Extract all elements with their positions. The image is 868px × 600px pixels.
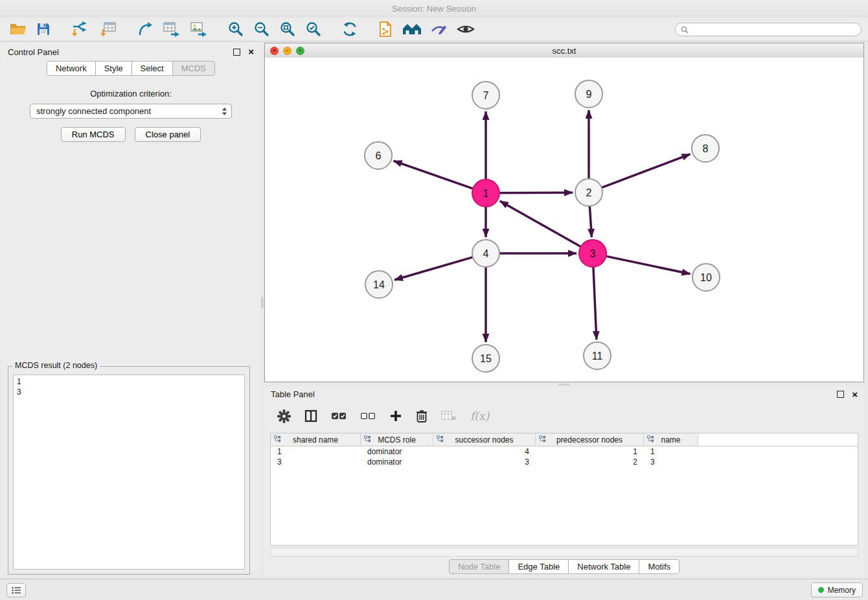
eye-button[interactable]	[454, 21, 477, 38]
table-cell[interactable]: 1	[536, 446, 644, 457]
column-header-predecessor-nodes[interactable]: predecessor nodes	[536, 433, 644, 446]
eye-pencil-icon	[431, 21, 448, 37]
column-header-label: successor nodes	[455, 435, 513, 444]
tab-mcds[interactable]: MCDS	[172, 61, 215, 76]
graph-node-label: 9	[586, 89, 592, 100]
optimization-criterion-select[interactable]: strongly connected component	[30, 104, 232, 119]
graph-edge-2-3[interactable]	[589, 206, 591, 237]
double-home-icon	[402, 21, 422, 37]
table-cell[interactable]: 4	[433, 446, 536, 457]
tab-style[interactable]: Style	[95, 61, 132, 76]
zoom-selected-button[interactable]	[303, 19, 325, 39]
column-header-name[interactable]: name	[644, 433, 698, 446]
export-image-button[interactable]	[187, 19, 211, 39]
network-window-titlebar[interactable]: scc.txt × − +	[265, 43, 863, 58]
table-cell[interactable]: 1	[644, 446, 698, 457]
open-folder-icon	[9, 21, 27, 37]
fx-icon: f(x)	[470, 410, 489, 422]
table-row[interactable]: 1dominator411	[271, 446, 858, 457]
main-toolbar	[0, 17, 868, 41]
graph-edge-4-14[interactable]	[394, 257, 473, 280]
document-network-icon	[378, 21, 393, 38]
graph-edge-2-8[interactable]	[602, 154, 691, 188]
settings-gear-button[interactable]	[276, 408, 292, 424]
import-network-button[interactable]	[68, 19, 93, 39]
network-canvas[interactable]: 7968124310141511	[265, 58, 863, 382]
zoom-in-button[interactable]	[225, 19, 247, 39]
mcds-result-group: MCDS result (2 nodes) 13	[8, 366, 250, 575]
horizontal-splitter[interactable]	[264, 382, 864, 387]
table-cell[interactable]: 1	[271, 446, 361, 457]
tab-node-table[interactable]: Node Table	[449, 559, 510, 574]
zoom-fit-button[interactable]	[277, 19, 299, 39]
titlebar: Session: New Session	[0, 0, 868, 17]
task-history-button[interactable]	[6, 583, 26, 597]
save-session-button[interactable]	[33, 20, 54, 38]
graph-edge-3-1[interactable]	[500, 201, 581, 246]
control-panel: Control Panel × NetworkStyleSelectMCDS O…	[1, 43, 260, 571]
column-header-label: name	[661, 435, 680, 444]
graph-node-label: 4	[483, 248, 489, 259]
tab-select[interactable]: Select	[131, 61, 173, 76]
run-mcds-button[interactable]: Run MCDS	[61, 127, 126, 142]
window-title: Session: New Session	[392, 4, 475, 14]
column-header-successor-nodes[interactable]: successor nodes	[433, 433, 536, 446]
mcds-result-title: MCDS result (2 nodes)	[12, 361, 100, 370]
table-panel: Table Panel ×	[264, 387, 864, 575]
float-panel-icon[interactable]	[233, 49, 240, 56]
network-canvas-svg[interactable]: 7968124310141511	[265, 58, 863, 382]
close-table-panel-icon[interactable]: ×	[852, 391, 858, 398]
graph-edge-3-11[interactable]	[593, 267, 597, 340]
delete-column-button[interactable]	[415, 408, 429, 424]
graph-edge-1-6[interactable]	[394, 161, 474, 189]
close-panel-action-button[interactable]: Close panel	[135, 127, 201, 142]
close-panel-icon[interactable]: ×	[248, 48, 254, 56]
table-panel-tabs: Node TableEdge TableNetwork TableMotifs	[264, 558, 864, 575]
select-all-button[interactable]	[330, 410, 348, 422]
deselect-all-button[interactable]	[359, 410, 377, 422]
tab-edge-table[interactable]: Edge Table	[508, 559, 569, 574]
gear-icon	[277, 410, 291, 423]
memory-button[interactable]: Memory	[811, 583, 863, 597]
column-header-shared-name[interactable]: shared name	[271, 433, 361, 446]
table-cell[interactable]: dominator	[361, 446, 433, 457]
table-cell[interactable]: 2	[536, 457, 644, 467]
search-box[interactable]	[675, 23, 862, 36]
graph-edge-1-2[interactable]	[499, 192, 573, 193]
document-network-button[interactable]	[375, 19, 396, 39]
refresh-button[interactable]	[339, 19, 361, 39]
float-table-panel-icon[interactable]	[837, 391, 844, 398]
open-session-button[interactable]	[6, 20, 29, 38]
network-window-title: scc.txt	[265, 46, 863, 56]
tab-motifs[interactable]: Motifs	[639, 559, 680, 574]
table-cell[interactable]: 3	[271, 457, 361, 467]
table-cell[interactable]: dominator	[361, 457, 433, 467]
table-row[interactable]: 3dominator323	[271, 457, 858, 467]
search-input[interactable]	[692, 25, 856, 35]
add-column-button[interactable]	[388, 408, 404, 424]
table-cell[interactable]: 3	[433, 457, 536, 467]
column-header-label: MCDS role	[378, 435, 416, 444]
show-columns-button[interactable]	[303, 408, 319, 424]
zoom-out-button[interactable]	[251, 19, 273, 39]
column-header-label: predecessor nodes	[556, 435, 622, 444]
graph-edge-3-10[interactable]	[606, 256, 691, 273]
mcds-result-item[interactable]: 3	[14, 387, 244, 397]
table-cell[interactable]: 3	[644, 457, 698, 467]
column-header-mcds-role[interactable]: MCDS role	[361, 433, 433, 446]
function-builder-button[interactable]: f(x)	[469, 408, 490, 424]
mcds-result-item[interactable]: 1	[14, 376, 244, 387]
table-column-headers: shared nameMCDS rolesuccessor nodesprede…	[271, 433, 858, 446]
mcds-result-list[interactable]: 13	[13, 375, 245, 570]
export-network-button[interactable]	[134, 19, 156, 39]
export-table-button[interactable]	[160, 19, 183, 39]
delete-table-button[interactable]	[440, 409, 458, 423]
tab-network-table[interactable]: Network Table	[568, 559, 639, 574]
table-horizontal-scrollbar[interactable]	[270, 548, 858, 557]
unchecked-boxes-icon	[360, 411, 376, 421]
tab-network[interactable]: Network	[47, 61, 96, 76]
import-table-button[interactable]	[97, 19, 120, 39]
network-view-window: scc.txt × − + 7968124310141511	[264, 43, 864, 382]
eye-pencil-button[interactable]	[428, 20, 450, 38]
houses-button[interactable]	[400, 20, 424, 38]
